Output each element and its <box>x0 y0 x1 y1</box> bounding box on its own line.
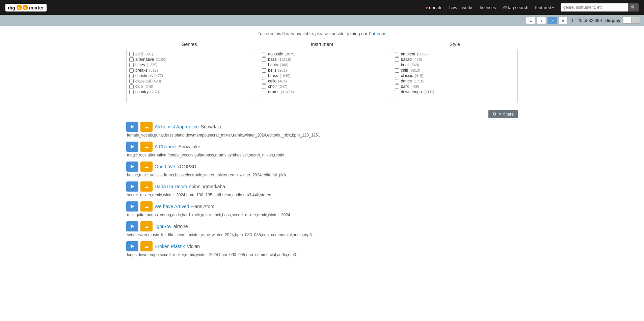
instrument-count: (3079) <box>285 52 295 56</box>
play-button[interactable] <box>126 162 138 172</box>
licenses-link[interactable]: licenses <box>480 5 496 10</box>
featured-dropdown[interactable]: featured ▾ <box>535 5 554 10</box>
instrument-item[interactable]: bells (201) <box>262 68 382 73</box>
play-icon <box>131 165 134 169</box>
style-checkbox[interactable] <box>395 57 399 62</box>
track-title[interactable]: Dada Da Doom <box>155 184 187 189</box>
genre-item[interactable]: blues (1225) <box>129 62 249 68</box>
genre-checkbox[interactable] <box>129 68 134 73</box>
download-button[interactable]: ☁ <box>140 142 153 152</box>
track-title[interactable]: lightSoy <box>155 224 171 229</box>
filter-section: Genres acid (301)alternative (1106)blues… <box>126 42 518 103</box>
play-button[interactable] <box>126 241 138 251</box>
style-item[interactable]: beat (549) <box>395 62 515 68</box>
download-button[interactable]: ☁ <box>140 241 153 251</box>
play-button[interactable] <box>126 142 138 152</box>
display-option-2[interactable] <box>632 17 640 24</box>
genre-count: (1225) <box>147 63 158 67</box>
track-title[interactable]: One Love <box>155 164 175 169</box>
genre-checkbox[interactable] <box>129 84 134 89</box>
genre-item[interactable]: club (246) <box>129 84 249 89</box>
genre-item[interactable]: breaks (511) <box>129 68 249 73</box>
instrument-checkbox[interactable] <box>262 84 266 89</box>
style-item[interactable]: classic (419) <box>395 73 515 78</box>
tag-search-link[interactable]: 🏷 tag search <box>503 5 529 10</box>
style-item[interactable]: dark (459) <box>395 84 515 89</box>
next-page-button[interactable]: › <box>547 17 557 24</box>
download-button[interactable]: ☁ <box>140 181 153 192</box>
instrument-label: drums <box>268 90 279 94</box>
style-checkbox[interactable] <box>395 68 399 73</box>
genre-item[interactable]: christmas (477) <box>129 73 249 78</box>
instrument-item[interactable]: choir (247) <box>262 84 382 89</box>
instrument-item[interactable]: drums (12491) <box>262 89 382 95</box>
track-title[interactable]: Alchemist Apprentice <box>155 124 199 129</box>
donate-link[interactable]: ♥ donate <box>425 5 442 10</box>
track-item: ☁ Dada Da Doomspinningmerkaba secret_mix… <box>126 181 518 197</box>
logo-dig: dig <box>8 5 16 10</box>
patreon-link[interactable]: Patreons <box>369 31 386 36</box>
instrument-item[interactable]: bass (12118) <box>262 57 382 62</box>
prev-page-button[interactable]: ‹ <box>537 17 546 24</box>
genre-item[interactable]: country (267) <box>129 89 249 95</box>
instrument-checkbox[interactable] <box>262 68 266 73</box>
styles-list: ambient (5002)ballad (476)beat (549)chil… <box>392 49 518 103</box>
track-title[interactable]: Broken Plastik <box>155 244 185 249</box>
style-item[interactable]: ballad (476) <box>395 57 515 62</box>
genre-item[interactable]: classical (423) <box>129 78 249 84</box>
play-button[interactable] <box>126 201 138 212</box>
play-button[interactable] <box>126 221 138 231</box>
search-button[interactable]: 🔍 <box>628 3 639 11</box>
track-title[interactable]: We have Arrived <box>155 204 189 209</box>
genre-checkbox[interactable] <box>129 79 134 83</box>
genre-checkbox[interactable] <box>129 90 134 94</box>
download-button[interactable]: ☁ <box>140 221 153 231</box>
style-checkbox[interactable] <box>395 63 399 67</box>
display-option-1[interactable] <box>623 17 631 24</box>
track-row: ☁ lightSoyairtone <box>126 221 518 231</box>
instrument-count: (12118) <box>278 57 291 61</box>
instrument-item[interactable]: cello (401) <box>262 78 382 84</box>
genre-checkbox[interactable] <box>129 57 134 62</box>
play-button[interactable] <box>126 122 138 132</box>
style-item[interactable]: ambient (5002) <box>395 51 515 57</box>
genre-item[interactable]: acid (301) <box>129 51 249 57</box>
instrument-checkbox[interactable] <box>262 74 266 78</box>
search-input[interactable] <box>561 3 628 11</box>
instrument-item[interactable]: brass (1049) <box>262 73 382 78</box>
instrument-item[interactable]: acoustic (3079) <box>262 51 382 57</box>
logo-area[interactable]: dig c c mixter <box>5 4 47 11</box>
genre-count: (1106) <box>156 57 166 61</box>
instrument-checkbox[interactable] <box>262 52 266 56</box>
filters-button[interactable]: ⚙ ✦ filters <box>488 110 518 118</box>
genre-checkbox[interactable] <box>129 63 134 67</box>
style-checkbox[interactable] <box>395 74 399 78</box>
download-button[interactable]: ☁ <box>140 201 153 212</box>
download-button[interactable]: ☁ <box>140 162 153 172</box>
style-item[interactable]: chill (6813) <box>395 68 515 73</box>
instrument-checkbox[interactable] <box>262 57 266 62</box>
instrument-checkbox[interactable] <box>262 79 266 83</box>
download-button[interactable]: ☁ <box>140 122 153 132</box>
genre-checkbox[interactable] <box>129 52 134 56</box>
instrument-item[interactable]: beats (308) <box>262 62 382 68</box>
logo[interactable]: dig c c mixter <box>5 4 47 11</box>
how-it-works-link[interactable]: how it works <box>449 5 474 10</box>
header: dig c c mixter ♥ donate how it works lic… <box>0 0 644 15</box>
style-item[interactable]: dance (1710) <box>395 78 515 84</box>
genre-item[interactable]: alternative (1106) <box>129 57 249 62</box>
style-item[interactable]: downtempo (5997) <box>395 89 515 95</box>
style-checkbox[interactable] <box>395 79 399 83</box>
instrument-checkbox[interactable] <box>262 90 266 94</box>
instrument-checkbox[interactable] <box>262 63 266 67</box>
style-checkbox[interactable] <box>395 52 399 56</box>
genre-checkbox[interactable] <box>129 74 134 78</box>
first-page-button[interactable]: « <box>526 17 535 24</box>
style-checkbox[interactable] <box>395 84 399 89</box>
play-button[interactable] <box>126 181 138 192</box>
track-row: ☁ Alchemist ApprenticeSnowflake <box>126 122 518 132</box>
instrument-filter: Instrument acoustic (3079)bass (12118)be… <box>259 42 385 103</box>
last-page-button[interactable]: » <box>558 17 568 24</box>
style-checkbox[interactable] <box>395 90 399 94</box>
track-title[interactable]: A Channel <box>155 144 177 149</box>
